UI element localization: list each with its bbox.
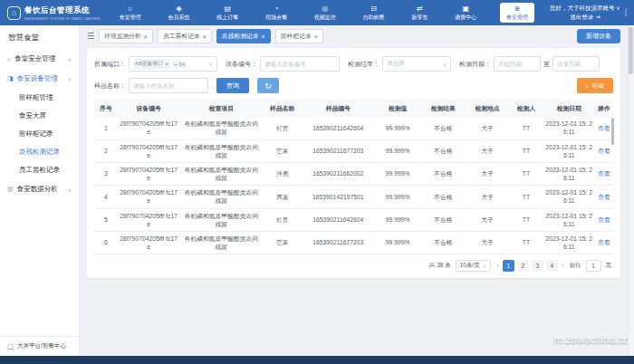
table-scrollbar[interactable] (611, 118, 614, 145)
reset-button[interactable]: ↻ (257, 78, 279, 93)
cell-device: 28f790704205fff fc17e (118, 163, 180, 185)
result-select[interactable]: 请选择 ∨ (382, 56, 451, 72)
sidebar-group-3[interactable]: ▥食安数据分析∨ (0, 179, 79, 199)
cell-item: 有机磷和氨基甲酸酯类农药残留 (180, 232, 264, 254)
topnav-item-6[interactable]: ⊟自助称重 (360, 4, 389, 22)
download-icon: ↓ (586, 82, 590, 89)
tab-3[interactable]: 农残检测记录× (216, 29, 271, 43)
cell-action[interactable]: 查看 (595, 163, 613, 185)
sample-name-input[interactable] (133, 82, 204, 89)
start-date-input[interactable] (498, 61, 536, 67)
sidebar-item[interactable]: 员工晨检记录 (0, 161, 79, 179)
prev-page-button[interactable]: ‹ (495, 262, 500, 270)
cell-date: 2023-12-01 15: 26:11 (543, 163, 595, 185)
next-page-button[interactable]: › (561, 262, 565, 270)
device-no-filter-label: 设备编号： (226, 60, 257, 69)
topnav-item-7[interactable]: ⇄新零售 (408, 4, 431, 22)
page-button-3[interactable]: 3 (532, 260, 543, 272)
topnav-item-label: 线上订餐 (216, 14, 238, 21)
page-button-2[interactable]: 2 (517, 260, 529, 272)
topnav-item-8[interactable]: ▣缴费中心 (451, 4, 480, 22)
app-subtitle: MANAGEMENT SYSTEM OF SMART CANTEEN (24, 17, 101, 21)
cell-sample: 洋葱 (263, 163, 302, 185)
page-buttons: 1234 (503, 260, 558, 272)
cell-inspector: TT (509, 163, 543, 185)
column-header: 样品名称 (263, 100, 302, 117)
tab-label: 留样柜记录 (281, 32, 312, 41)
sidebar-group-label: 食堂安全管理 (14, 54, 55, 63)
table-row: 228f790704205fff fc17e有机磷和氨基甲酸酯类农药残留芒果16… (94, 140, 613, 163)
tag-close-icon[interactable]: × (165, 61, 168, 67)
collapse-menu-icon[interactable]: ☰ (87, 32, 94, 41)
cell-action[interactable]: 查看 (595, 186, 613, 207)
tab-label: 农残检测记录 (222, 32, 259, 41)
per-page-select[interactable]: 10条/页 ∨ (456, 260, 491, 272)
topnav-item-3[interactable]: ▤线上订餐 (213, 4, 242, 22)
sidebar-item[interactable]: 食安大屏 (0, 107, 79, 125)
cell-sample: 芒果 (263, 140, 302, 162)
jump-page-input[interactable] (586, 260, 601, 272)
topnav-item-9[interactable]: ⊕食安管理 (500, 3, 534, 23)
cell-result: 不合格 (421, 140, 466, 162)
sidebar-item[interactable]: 留样柜管理 (0, 89, 79, 107)
cell-action[interactable]: 查看 (595, 232, 613, 254)
cell-action[interactable]: 查看 (595, 117, 613, 139)
topnav-item-1[interactable]: ⌂食堂管理 (116, 4, 145, 22)
cell-value: 99.999% (374, 232, 421, 254)
selected-port-tag: A8设备串口 × (133, 59, 170, 69)
cell-location: 犬子 (466, 209, 510, 231)
close-icon[interactable]: × (144, 34, 148, 40)
cell-item: 有机磷和氨基甲酸酯类农药残留 (180, 186, 264, 207)
cell-result: 不合格 (421, 232, 466, 254)
close-icon[interactable]: × (262, 34, 265, 40)
cell-result: 不合格 (421, 209, 466, 231)
search-button[interactable]: 查询 (216, 78, 249, 93)
window-scrollbar[interactable] (628, 25, 634, 356)
topnav-item-label: 缴费中心 (455, 14, 476, 21)
topnav-item-5[interactable]: ◎视频监控 (311, 4, 340, 22)
sidebar-group-1[interactable]: ⌂食堂安全管理∨ (0, 49, 79, 69)
sidebar-footer-label: 大屏平台/智餐中心 (17, 342, 66, 350)
topnav-item-2[interactable]: ◈会员系统 (164, 4, 193, 22)
page-button-1[interactable]: 1 (503, 260, 514, 272)
export-button[interactable]: ↓ 导出 (577, 78, 614, 93)
sidebar-footer-link[interactable]: ▢ 大屏平台/智餐中心 (0, 336, 79, 356)
cell-inspector: TT (509, 209, 543, 231)
cell-sample: 芒果 (263, 232, 302, 254)
cell-action[interactable]: 查看 (595, 140, 613, 162)
sidebar-group-2[interactable]: ◨食安设备管理∧ (0, 69, 79, 89)
cell-item: 有机磷和氨基甲酸酯类农药残留 (180, 117, 264, 139)
column-header: 操作 (595, 100, 613, 117)
add-device-button[interactable]: 新增设备 (577, 29, 620, 43)
end-date-input[interactable] (557, 61, 595, 67)
sidebar-item[interactable]: 留样柜记录 (0, 125, 79, 143)
sidebar-item[interactable]: 农残检测记录 (0, 143, 79, 161)
logout-link[interactable]: 退出登录 ⇥ (550, 13, 620, 22)
close-icon[interactable]: × (203, 34, 207, 40)
cell-inspector: TT (509, 117, 543, 139)
cell-result: 不合格 (421, 186, 466, 207)
topnav-item-4[interactable]: ◔现场点餐 (262, 4, 291, 22)
cell-date: 2023-12-01 15: 26:11 (543, 232, 595, 254)
user-menu[interactable]: 您好，犬子科技演示账号 ∨ 退出登录 ⇥ | (550, 4, 627, 22)
filter-row-1: 所属端口： A8设备串口 × + 34 ∨ 设备编号： (94, 56, 613, 72)
topnav-item-label: 食堂管理 (120, 14, 141, 21)
column-header: 序号 (94, 100, 118, 117)
cell-sample_no: 165390211662002 (302, 163, 374, 185)
cell-value: 99.999% (374, 163, 421, 185)
cell-location: 犬子 (466, 140, 510, 162)
tab-4[interactable]: 留样柜记录× (275, 29, 323, 43)
close-icon[interactable]: × (314, 34, 318, 40)
sidebar-group-icon: ▥ (7, 186, 14, 193)
column-header: 检查项目 (180, 100, 264, 117)
cell-inspector: TT (509, 232, 543, 254)
tab-1[interactable]: 环境监测分析× (99, 29, 153, 43)
tab-2[interactable]: 员工晨检记录× (158, 29, 212, 43)
port-multiselect[interactable]: A8设备串口 × + 34 ∨ (129, 56, 217, 72)
cell-action[interactable]: 查看 (595, 209, 613, 231)
jump-prefix-label: 前往 (570, 262, 581, 270)
device-no-input[interactable] (264, 61, 335, 67)
window-scrollbar-thumb[interactable] (629, 27, 633, 74)
cell-location: 犬子 (466, 186, 510, 207)
page-button-4[interactable]: 4 (546, 260, 558, 272)
